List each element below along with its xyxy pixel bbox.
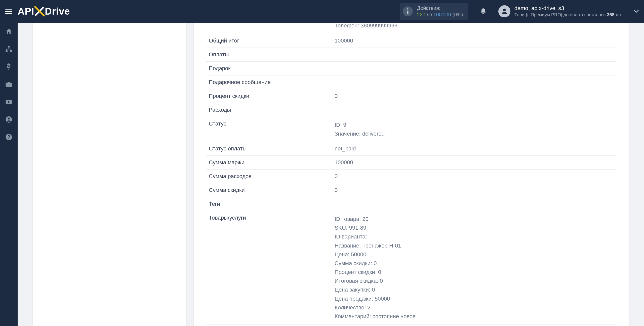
svg-point-6 xyxy=(8,118,10,120)
help-icon xyxy=(5,133,13,141)
sidebar-connections[interactable] xyxy=(0,40,18,58)
svg-rect-1 xyxy=(8,46,10,48)
table-row: Подарочное сообщение xyxy=(206,75,616,89)
table-row: Теги xyxy=(206,197,616,211)
row-label: Статус оплаты xyxy=(206,142,332,155)
sidebar-tools[interactable] xyxy=(0,75,18,93)
row-value xyxy=(332,75,616,89)
user-name: demo_apix-drive_s3 xyxy=(514,5,621,12)
dollar-icon xyxy=(5,63,13,70)
sitemap-icon xyxy=(5,45,13,53)
avatar-icon xyxy=(498,5,510,17)
briefcase-icon xyxy=(5,80,13,88)
logo-api: API xyxy=(18,6,34,17)
row-value: ID: 9Значение: delivered xyxy=(332,117,616,142)
menu-toggle[interactable] xyxy=(0,0,18,23)
user-dropdown-toggle[interactable] xyxy=(628,10,644,13)
row-value: not_paid xyxy=(332,142,616,155)
row-label: Товары/услуги xyxy=(206,211,332,324)
row-label: Теги xyxy=(206,197,332,211)
row-label: Сумма маржи xyxy=(206,155,332,169)
row-label: Расходы xyxy=(206,103,332,117)
footer-actions: Редактировать Выполнить поиск в KeyCRM П… xyxy=(206,324,616,326)
row-label: Статус xyxy=(206,117,332,142)
main-content: МенеджерПолное имя: Andrii MavE-mail: ma… xyxy=(18,23,644,326)
table-row: Расходы xyxy=(206,103,616,117)
sidebar-billing[interactable] xyxy=(0,58,18,75)
user-menu[interactable]: demo_apix-drive_s3 Тариф |Премиум PRO| д… xyxy=(491,5,628,18)
row-value: 100000 xyxy=(332,155,616,169)
sidebar-help[interactable] xyxy=(0,128,18,146)
logo[interactable]: API Drive xyxy=(18,6,70,17)
info-icon xyxy=(403,6,413,16)
user-circle-icon xyxy=(5,116,13,123)
row-label: Подарок xyxy=(206,61,332,75)
actions-label: Действия: xyxy=(417,5,463,11)
row-value xyxy=(332,48,616,61)
notifications-button[interactable] xyxy=(476,8,491,15)
logo-drive: Drive xyxy=(45,6,70,17)
table-row: Оплаты xyxy=(206,48,616,61)
row-value xyxy=(332,61,616,75)
svg-rect-3 xyxy=(10,50,12,52)
table-row: Сумма расходов0 xyxy=(206,169,616,183)
chevron-down-icon xyxy=(633,10,639,13)
row-label: Сумма скидки xyxy=(206,183,332,197)
bell-icon xyxy=(480,8,487,15)
table-row: Сумма маржи100000 xyxy=(206,155,616,169)
row-value: ID товара: 20SKU: 991-89ID варианта:Назв… xyxy=(332,211,616,324)
table-row: Товары/услугиID товара: 20SKU: 991-89ID … xyxy=(206,211,616,324)
row-label: Оплаты xyxy=(206,48,332,61)
row-value xyxy=(332,103,616,117)
left-panel xyxy=(33,0,186,326)
logo-x-icon xyxy=(35,6,44,16)
sidebar-home[interactable] xyxy=(0,23,18,40)
row-value: 0 xyxy=(332,183,616,197)
hamburger-icon xyxy=(5,9,12,14)
row-label: Общий итог xyxy=(206,34,332,48)
row-label: Сумма расходов xyxy=(206,169,332,183)
content-panel: МенеджерПолное имя: Andrii MavE-mail: ma… xyxy=(194,0,629,326)
sidebar-account[interactable] xyxy=(0,111,18,128)
header-right: Действия: 220 из 100'000 (0%) demo_apix-… xyxy=(400,0,644,23)
row-value: 0 xyxy=(332,169,616,183)
sidebar-video[interactable] xyxy=(0,93,18,111)
row-label: Подарочное сообщение xyxy=(206,75,332,89)
row-value: 0 xyxy=(332,89,616,103)
table-row: Общий итог100000 xyxy=(206,34,616,48)
app-header: API Drive Действия: 220 из 100'000 (0%) … xyxy=(0,0,644,23)
svg-point-0 xyxy=(503,9,506,11)
table-row: Сумма скидки0 xyxy=(206,183,616,197)
row-label: Процент скидки xyxy=(206,89,332,103)
svg-point-8 xyxy=(9,138,9,139)
youtube-icon xyxy=(5,98,13,106)
table-row: Процент скидки0 xyxy=(206,89,616,103)
home-icon xyxy=(5,28,13,35)
actions-badge[interactable]: Действия: 220 из 100'000 (0%) xyxy=(400,3,468,20)
data-table: МенеджерПолное имя: Andrii MavE-mail: ma… xyxy=(206,0,616,324)
user-tariff: Тариф |Премиум PRO| до оплаты осталось 3… xyxy=(514,12,621,18)
row-value xyxy=(332,197,616,211)
table-row: СтатусID: 9Значение: delivered xyxy=(206,117,616,142)
actions-count: 220 из 100'000 (0%) xyxy=(417,11,463,18)
sidebar xyxy=(0,23,18,326)
table-row: Статус оплатыnot_paid xyxy=(206,142,616,155)
row-value: 100000 xyxy=(332,34,616,48)
table-row: Подарок xyxy=(206,61,616,75)
svg-rect-2 xyxy=(6,50,8,52)
actions-text: Действия: 220 из 100'000 (0%) xyxy=(417,5,463,18)
user-info: demo_apix-drive_s3 Тариф |Премиум PRO| д… xyxy=(514,5,621,18)
